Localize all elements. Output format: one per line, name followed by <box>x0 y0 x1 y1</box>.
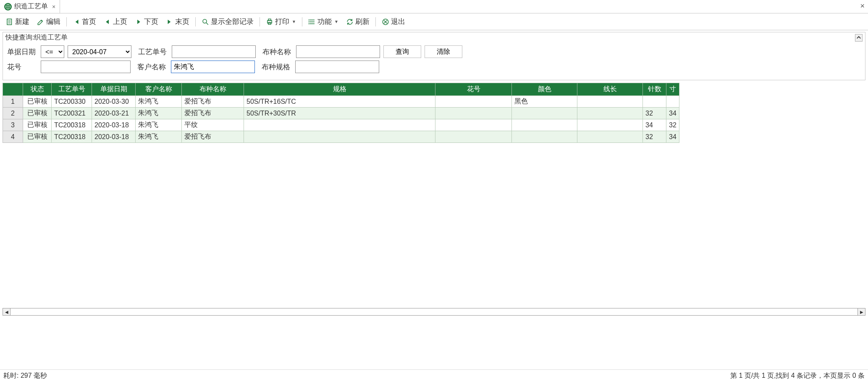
data-grid[interactable]: 状态 工艺单号 单据日期 客户名称 布种名称 规格 花号 颜色 线长 针数 寸 … <box>3 83 679 143</box>
exit-button[interactable]: 退出 <box>379 16 408 27</box>
cell-fabric[interactable]: 爱招飞布 <box>182 131 244 143</box>
svg-rect-8 <box>268 19 271 21</box>
clear-button[interactable]: 清除 <box>425 45 462 58</box>
cell-status[interactable]: 已审核 <box>23 96 52 108</box>
cell-customer[interactable]: 朱鸿飞 <box>136 108 182 119</box>
cell-inch[interactable]: 34 <box>666 108 679 119</box>
last-page-button[interactable]: 末页 <box>163 16 192 27</box>
separator <box>375 17 376 26</box>
new-button[interactable]: 新建 <box>3 16 32 27</box>
cell-rownum[interactable]: 2 <box>3 108 23 119</box>
cell-linelen[interactable] <box>577 96 643 108</box>
cell-fabric[interactable]: 爱招飞布 <box>182 108 244 119</box>
table-row[interactable]: 2已审核TC2003212020-03-21朱鸿飞爱招飞布50S/TR+30S/… <box>3 108 679 119</box>
cell-date[interactable]: 2020-03-21 <box>92 108 136 119</box>
header-fabric[interactable]: 布种名称 <box>182 83 244 96</box>
cell-flower[interactable] <box>435 119 512 131</box>
window-close-icon[interactable]: × <box>860 2 865 11</box>
next-icon <box>135 18 142 26</box>
prev-page-button[interactable]: 上页 <box>101 16 130 27</box>
cell-docno[interactable]: TC200318 <box>52 131 92 143</box>
doc-date-label: 单据日期 <box>7 47 37 57</box>
cell-customer[interactable]: 朱鸿飞 <box>136 131 182 143</box>
edit-button[interactable]: 编辑 <box>34 16 63 27</box>
refresh-button[interactable]: 刷新 <box>344 16 372 27</box>
cell-spec[interactable]: 50S/TR+30S/TR <box>244 108 435 119</box>
cell-date[interactable]: 2020-03-30 <box>92 96 136 108</box>
flower-no-input[interactable] <box>41 61 131 73</box>
tab-weaving-process[interactable]: 织造工艺单 × <box>0 0 60 13</box>
cell-rownum[interactable]: 3 <box>3 119 23 131</box>
op-select[interactable]: <= <box>41 45 64 58</box>
cell-linelen[interactable] <box>577 131 643 143</box>
header-flower[interactable]: 花号 <box>435 83 512 96</box>
cell-flower[interactable] <box>435 131 512 143</box>
cell-needle[interactable]: 32 <box>643 131 666 143</box>
table-row[interactable]: 1已审核TC2003302020-03-30朱鸿飞爱招飞布50S/TR+16S/… <box>3 96 679 108</box>
cell-rownum[interactable]: 1 <box>3 96 23 108</box>
cell-date[interactable]: 2020-03-18 <box>92 119 136 131</box>
customer-label: 客户名称 <box>137 62 168 72</box>
cell-needle[interactable]: 32 <box>643 108 666 119</box>
cell-flower[interactable] <box>435 96 512 108</box>
header-linelen[interactable]: 线长 <box>577 83 643 96</box>
table-row[interactable]: 4已审核TC2003182020-03-18朱鸿飞爱招飞布3234 <box>3 131 679 143</box>
first-page-button[interactable]: 首页 <box>70 16 99 27</box>
horizontal-scrollbar[interactable]: ◀ ▶ <box>3 308 865 316</box>
scroll-right-icon[interactable]: ▶ <box>858 308 865 315</box>
next-label: 下页 <box>144 17 158 26</box>
cell-fabric[interactable]: 爱招飞布 <box>182 96 244 108</box>
header-needle[interactable]: 针数 <box>643 83 666 96</box>
cell-date[interactable]: 2020-03-18 <box>92 131 136 143</box>
cell-needle[interactable]: 34 <box>643 119 666 131</box>
close-icon[interactable]: × <box>52 3 55 10</box>
cell-status[interactable]: 已审核 <box>23 108 52 119</box>
svg-point-15 <box>308 23 309 24</box>
tab-bar: 织造工艺单 × × <box>0 0 868 13</box>
print-button[interactable]: 打印 ▼ <box>263 16 299 27</box>
cell-status[interactable]: 已审核 <box>23 131 52 143</box>
cell-spec[interactable]: 50S/TR+16S/TC <box>244 96 435 108</box>
header-docno[interactable]: 工艺单号 <box>52 83 92 96</box>
header-date[interactable]: 单据日期 <box>92 83 136 96</box>
query-title-bar: 快捷查询:织造工艺单 <box>3 32 865 43</box>
collapse-icon[interactable] <box>855 34 863 42</box>
fabric-name-input[interactable] <box>296 45 380 58</box>
cell-flower[interactable] <box>435 108 512 119</box>
cell-linelen[interactable] <box>577 119 643 131</box>
cell-customer[interactable]: 朱鸿飞 <box>136 119 182 131</box>
header-status[interactable]: 状态 <box>23 83 52 96</box>
cell-docno[interactable]: TC200318 <box>52 119 92 131</box>
header-spec[interactable]: 规格 <box>244 83 435 96</box>
cell-linelen[interactable] <box>577 108 643 119</box>
cell-needle[interactable] <box>643 96 666 108</box>
header-customer[interactable]: 客户名称 <box>136 83 182 96</box>
fabric-spec-input[interactable] <box>295 61 379 73</box>
cell-color[interactable] <box>512 108 577 119</box>
cell-inch[interactable]: 34 <box>666 131 679 143</box>
header-color[interactable]: 颜色 <box>512 83 577 96</box>
cell-inch[interactable]: 32 <box>666 119 679 131</box>
cell-inch[interactable] <box>666 96 679 108</box>
function-button[interactable]: 功能 ▼ <box>306 16 341 27</box>
customer-input[interactable] <box>171 61 255 73</box>
cell-color[interactable] <box>512 131 577 143</box>
cell-spec[interactable] <box>244 119 435 131</box>
cell-color[interactable] <box>512 119 577 131</box>
cell-docno[interactable]: TC200330 <box>52 96 92 108</box>
query-button[interactable]: 查询 <box>383 45 421 58</box>
scroll-left-icon[interactable]: ◀ <box>3 308 10 315</box>
cell-docno[interactable]: TC200321 <box>52 108 92 119</box>
show-all-button[interactable]: 显示全部记录 <box>199 16 256 27</box>
next-page-button[interactable]: 下页 <box>132 16 161 27</box>
cell-spec[interactable] <box>244 131 435 143</box>
doc-no-input[interactable] <box>172 45 256 58</box>
date-select[interactable]: 2020-04-07 <box>68 45 131 58</box>
header-inch[interactable]: 寸 <box>666 83 679 96</box>
cell-status[interactable]: 已审核 <box>23 119 52 131</box>
cell-customer[interactable]: 朱鸿飞 <box>136 96 182 108</box>
cell-color[interactable]: 黑色 <box>512 96 577 108</box>
cell-fabric[interactable]: 平纹 <box>182 119 244 131</box>
table-row[interactable]: 3已审核TC2003182020-03-18朱鸿飞平纹3432 <box>3 119 679 131</box>
cell-rownum[interactable]: 4 <box>3 131 23 143</box>
